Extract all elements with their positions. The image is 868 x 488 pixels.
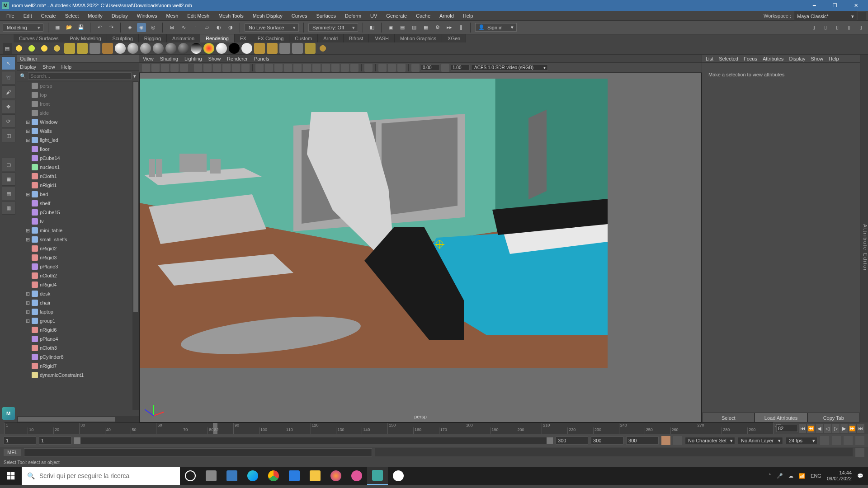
menu-modify[interactable]: Modify	[83, 11, 107, 20]
render-frame-icon[interactable]: ▣	[386, 23, 395, 32]
viewport-menu-lighting[interactable]: Lighting	[184, 55, 202, 62]
attr-load-button[interactable]: Load Attributes	[755, 413, 807, 422]
outliner-node-pPlane4[interactable]: pPlane4	[17, 334, 132, 343]
expand-icon[interactable]: ⊞	[25, 300, 30, 306]
outliner-node-Window[interactable]: ⊞Window	[17, 117, 132, 127]
vp-sel-cam-icon[interactable]	[142, 64, 150, 72]
tray-mic-icon[interactable]: 🎤	[777, 473, 783, 479]
expand-icon[interactable]: ⊞	[25, 309, 30, 315]
render-seq-icon[interactable]: ▥	[410, 23, 419, 32]
vp-safe-title-icon[interactable]	[241, 64, 250, 72]
outliner-node-nCloth2[interactable]: nCloth2	[17, 271, 132, 280]
outliner-node-nRigid1[interactable]: nRigid1	[17, 181, 132, 190]
shelf-aniso-icon[interactable]	[165, 43, 176, 54]
vp-exposure-value[interactable]: 0.00	[421, 65, 440, 70]
shelf-renderview-icon[interactable]	[279, 43, 290, 54]
go-end-icon[interactable]: ⏭	[857, 424, 864, 433]
expand-icon[interactable]: ⊞	[25, 318, 30, 324]
shelf-hypershade-icon[interactable]	[102, 43, 113, 54]
step-back-key-icon[interactable]: ⏪	[807, 424, 814, 433]
outliner-hscroll[interactable]	[17, 416, 139, 422]
outliner-node-Walls[interactable]: ⊞Walls	[17, 127, 132, 136]
maximize-button[interactable]: ❐	[825, 0, 845, 11]
layout-four-icon[interactable]: ▦	[2, 172, 15, 186]
outliner-node-nRigid2[interactable]: nRigid2	[17, 244, 132, 253]
signin-button[interactable]: 👤Sign in	[475, 23, 517, 32]
attr-side-tab[interactable]: Attribute Editor	[860, 55, 868, 422]
menu-mesh-tools[interactable]: Mesh Tools	[214, 11, 248, 20]
range-start-inner[interactable]	[39, 436, 71, 445]
tray-chevron-icon[interactable]: ˄	[769, 473, 771, 479]
play-back-icon[interactable]: ◁	[824, 424, 831, 433]
attr-copy-button[interactable]: Copy Tab	[807, 413, 860, 422]
folder-icon[interactable]	[305, 467, 326, 485]
shelf-layered-icon[interactable]	[191, 43, 202, 54]
move-tool[interactable]: ✥	[2, 100, 15, 113]
toggle-channel-icon[interactable]: ▯	[844, 23, 854, 32]
expand-icon[interactable]: ⊞	[25, 291, 30, 297]
current-frame-field[interactable]	[776, 425, 798, 432]
attr-menu-display[interactable]: Display	[789, 55, 805, 62]
menu-help[interactable]: Help	[458, 11, 478, 20]
tray-lang[interactable]: ENG	[811, 473, 821, 479]
menu-surfaces[interactable]: Surfaces	[312, 11, 340, 20]
outliner-node-pCube15[interactable]: pCube15	[17, 208, 132, 217]
history-toggle-icon[interactable]: ◧	[368, 23, 377, 32]
range-slider[interactable]	[74, 437, 553, 444]
outliner-node-group1[interactable]: ⊞group1	[17, 316, 132, 325]
shelf-tab-curves-surfaces[interactable]: Curves / Surfaces	[14, 34, 64, 42]
attr-menu-focus[interactable]: Focus	[744, 55, 757, 62]
range-end-outer[interactable]	[591, 436, 623, 445]
shelf-spot-light-icon[interactable]	[39, 43, 50, 54]
shelf-tab-fx[interactable]: FX	[235, 34, 252, 42]
shelf-standard-icon[interactable]	[241, 43, 252, 54]
shelf-tab-motion-graphics[interactable]: Motion Graphics	[395, 34, 442, 42]
sel-mode-hier-icon[interactable]: ◎	[149, 23, 158, 32]
shelf-shadow-icon[interactable]	[229, 43, 240, 54]
outliner-node-desk[interactable]: ⊞desk	[17, 289, 132, 298]
start-button[interactable]	[0, 467, 22, 485]
cortana-icon[interactable]	[180, 467, 201, 485]
shelf-2dtex-icon[interactable]	[267, 43, 278, 54]
menu-uv[interactable]: UV	[366, 11, 382, 20]
shelf-ipr-icon[interactable]	[305, 43, 316, 54]
outliner-node-small_shelfs[interactable]: ⊞small_shelfs	[17, 235, 132, 244]
chrome-icon[interactable]	[263, 467, 284, 485]
taskbar-search[interactable]: 🔍 Scrivi qui per eseguire la ricerca	[22, 467, 180, 485]
expand-icon[interactable]: ⊞	[25, 237, 30, 243]
outliner-node-nCloth3[interactable]: nCloth3	[17, 343, 132, 352]
outliner-node-mini_table[interactable]: ⊞mini_table	[17, 226, 132, 235]
vp-isolate-icon[interactable]	[364, 64, 373, 72]
layout-custom2-icon[interactable]: ▥	[2, 201, 15, 215]
vp-xray-comp-icon[interactable]	[397, 64, 406, 72]
close-button[interactable]: ✕	[845, 0, 866, 11]
select-tool[interactable]: ↖	[2, 56, 15, 70]
system-tray[interactable]: ˄ 🎤 ☁ 📶 ENG 14:44 09/01/2022 💬	[764, 470, 868, 482]
outliner-node-bed[interactable]: ⊞bed	[17, 190, 132, 199]
shelf-tab-rigging[interactable]: Rigging	[139, 34, 167, 42]
vp-film-gate-icon[interactable]	[203, 64, 212, 72]
shelf-tab-arnold[interactable]: Arnold	[318, 34, 344, 42]
search-dropdown-icon[interactable]: ▾	[133, 73, 136, 79]
attr-select-button[interactable]: Select	[702, 413, 755, 422]
menu-set-selector[interactable]: Modeling	[3, 23, 43, 32]
vp-dof-icon[interactable]	[350, 64, 359, 72]
shelf-3dtex-icon[interactable]	[254, 43, 265, 54]
outliner-node-nucleus1[interactable]: nucleus1	[17, 163, 132, 172]
set-key-icon[interactable]	[673, 436, 682, 445]
viewport-canvas[interactable]: persp	[139, 73, 702, 422]
vp-colorspace-selector[interactable]: ACES 1.0 SDR-video (sRGB)	[471, 65, 548, 70]
outliner-node-nRigid3[interactable]: nRigid3	[17, 253, 132, 262]
play-back-icon[interactable]: ▸▸	[445, 23, 454, 32]
outliner-node-persp[interactable]: persp	[17, 81, 132, 90]
outliner-node-front[interactable]: front	[17, 99, 132, 108]
go-start-icon[interactable]: ⏮	[799, 424, 806, 433]
shelf-tab-mash[interactable]: MASH	[369, 34, 395, 42]
expand-icon[interactable]: ⊞	[25, 128, 30, 134]
shelf-surface-icon[interactable]	[203, 43, 214, 54]
minimize-button[interactable]: ━	[804, 0, 825, 11]
vp-exposure-icon[interactable]	[411, 64, 420, 72]
menu-create[interactable]: Create	[37, 11, 61, 20]
ipr-icon[interactable]: ▤	[398, 23, 407, 32]
attr-menu-help[interactable]: Help	[829, 55, 839, 62]
